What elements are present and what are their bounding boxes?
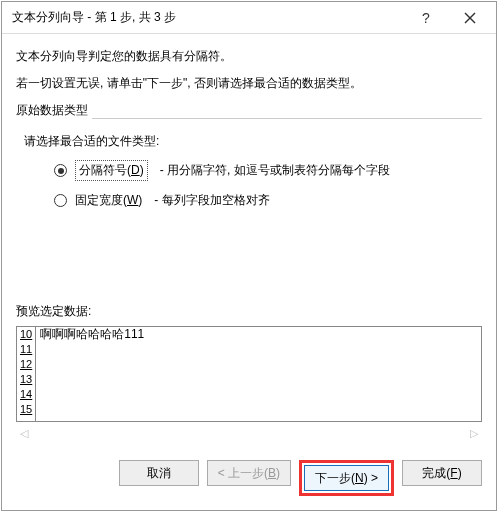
preview-row-numbers: 10 11 12 13 14 15 <box>17 327 36 421</box>
radio-fixed-width[interactable] <box>54 194 67 207</box>
close-icon <box>464 12 476 24</box>
text-to-columns-wizard-dialog: 文本分列向导 - 第 1 步, 共 3 步 ? 文本分列向导判定您的数据具有分隔… <box>1 1 497 511</box>
scroll-left-icon[interactable]: ◁ <box>20 427 28 440</box>
option-fixed-width-label: 固定宽度(W) <box>75 191 142 210</box>
option-delimited[interactable]: 分隔符号(D) - 用分隔字符, 如逗号或制表符分隔每个字段 <box>54 160 474 181</box>
preview-scrollbar[interactable]: ◁ ▷ <box>16 424 482 442</box>
cancel-button[interactable]: 取消 <box>119 460 199 486</box>
row-num: 13 <box>17 372 35 387</box>
intro-line-2: 若一切设置无误, 请单击"下一步", 否则请选择最合适的数据类型。 <box>16 75 482 92</box>
radio-delimited[interactable] <box>54 164 67 177</box>
option-fixed-width-desc: - 每列字段加空格对齐 <box>154 192 269 209</box>
back-button: < 上一步(B) <box>207 460 291 486</box>
row-num: 14 <box>17 387 35 402</box>
intro-line-1: 文本分列向导判定您的数据具有分隔符。 <box>16 48 482 65</box>
scroll-right-icon[interactable]: ▷ <box>470 427 478 440</box>
option-delimited-desc: - 用分隔字符, 如逗号或制表符分隔每个字段 <box>160 162 390 179</box>
preview-data: 啊啊啊哈哈哈哈111 <box>36 327 481 421</box>
row-num: 15 <box>17 402 35 417</box>
row-num: 11 <box>17 342 35 357</box>
help-button[interactable]: ? <box>404 4 448 32</box>
next-button-highlight: 下一步(N) > <box>299 460 394 496</box>
titlebar: 文本分列向导 - 第 1 步, 共 3 步 ? <box>2 2 496 34</box>
group-legend: 原始数据类型 <box>16 102 92 119</box>
option-fixed-width[interactable]: 固定宽度(W) - 每列字段加空格对齐 <box>54 191 474 210</box>
preview-box: 10 11 12 13 14 15 啊啊啊哈哈哈哈111 <box>16 326 482 422</box>
row-num: 10 <box>17 327 35 342</box>
dialog-body: 文本分列向导判定您的数据具有分隔符。 若一切设置无误, 请单击"下一步", 否则… <box>2 34 496 450</box>
finish-button[interactable]: 完成(F) <box>402 460 482 486</box>
dialog-title: 文本分列向导 - 第 1 步, 共 3 步 <box>12 9 404 26</box>
dialog-footer: 取消 < 上一步(B) 下一步(N) > 完成(F) <box>2 450 496 510</box>
next-button[interactable]: 下一步(N) > <box>304 465 389 491</box>
preview-label: 预览选定数据: <box>16 303 482 320</box>
file-type-prompt: 请选择最合适的文件类型: <box>24 133 474 150</box>
original-data-type-group: 原始数据类型 请选择最合适的文件类型: 分隔符号(D) - 用分隔字符, 如逗号… <box>16 106 482 226</box>
close-button[interactable] <box>448 4 492 32</box>
row-num: 12 <box>17 357 35 372</box>
preview-row: 啊啊啊哈哈哈哈111 <box>40 327 477 342</box>
option-delimited-label: 分隔符号(D) <box>75 160 148 181</box>
